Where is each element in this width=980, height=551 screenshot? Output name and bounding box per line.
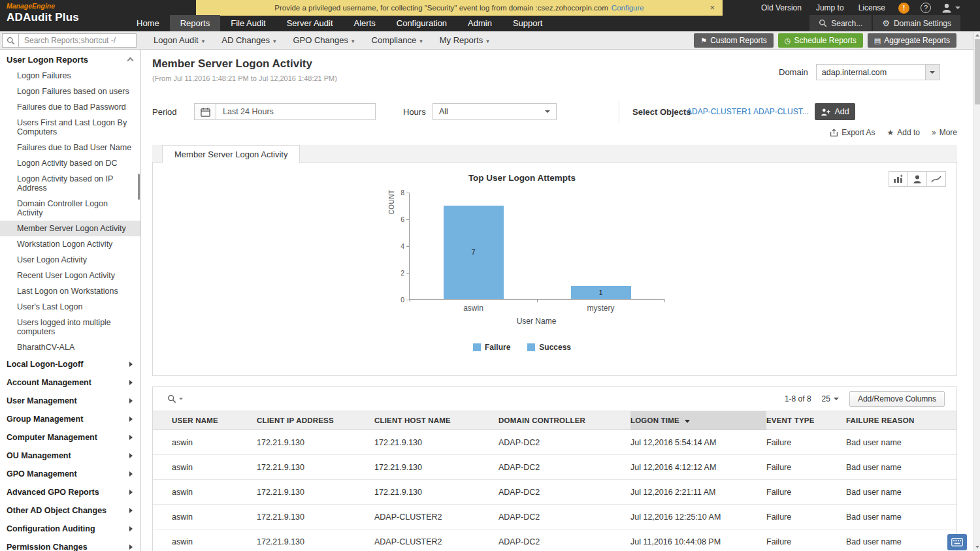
column-header-domain-controller[interactable]: DOMAIN CONTROLLER: [498, 411, 630, 430]
column-header-client-host-name[interactable]: CLIENT HOST NAME: [374, 411, 498, 430]
custom-reports-button[interactable]: ⚑ Custom Reports: [694, 33, 774, 48]
table-row[interactable]: aswin172.21.9.130172.21.9.130ADAP-DC2Jul…: [153, 455, 956, 480]
sidebar-scrollbar-thumb[interactable]: [138, 174, 140, 200]
sidebar-item-last-logon-on-workstations[interactable]: Last Logon on Workstations: [0, 283, 140, 299]
cell-logon-time: Jul 11,2016 10:44:08 PM: [630, 529, 766, 551]
scrollbar-thumb[interactable]: [975, 39, 980, 104]
user-menu[interactable]: [941, 3, 960, 13]
table-row[interactable]: aswin172.21.9.130ADAP-CLUSTER2ADAP-DC2Ju…: [153, 529, 956, 551]
bar-chart-option-button[interactable]: [889, 171, 908, 187]
sidebar-item-workstation-logon-activity[interactable]: Workstation Logon Activity: [0, 236, 140, 252]
sidebar-item-logon-activity-based-on-dc[interactable]: Logon Activity based on DC: [0, 155, 140, 171]
sidebar-item-domain-controller-logon-activity[interactable]: Domain Controller Logon Activity: [0, 196, 140, 221]
sidebar-section-user-logon-reports[interactable]: User Logon Reports: [0, 50, 140, 68]
nav-item-admin[interactable]: Admin: [457, 15, 502, 31]
sidebar-section-ou-management[interactable]: OU Management: [0, 447, 140, 465]
sidebar-section-account-management[interactable]: Account Management: [0, 373, 140, 392]
search-icon: [167, 394, 176, 403]
calendar-icon[interactable]: [194, 103, 216, 120]
schedule-reports-button[interactable]: ◷ Schedule Reports: [778, 33, 863, 48]
table-row[interactable]: aswin172.21.9.130172.21.9.130ADAP-DC2Jul…: [153, 430, 956, 455]
jump-to-link[interactable]: Jump to: [809, 3, 851, 12]
help-icon[interactable]: ?: [921, 3, 931, 13]
nav-item-configuration[interactable]: Configuration: [386, 15, 457, 31]
global-search[interactable]: Search...: [809, 15, 872, 31]
nav-item-file-audit[interactable]: File Audit: [220, 15, 276, 31]
domain-select[interactable]: adap.internal.com: [816, 64, 940, 80]
configure-link[interactable]: Configure: [612, 4, 644, 12]
report-search-input[interactable]: [19, 33, 137, 48]
more-button[interactable]: » More: [932, 128, 957, 137]
column-header-event-type[interactable]: EVENT TYPE: [766, 411, 846, 430]
sidebar-item-failures-due-to-bad-password[interactable]: Failures due to Bad Password: [0, 99, 140, 115]
old-version-link[interactable]: Old Version: [754, 3, 809, 12]
notification-banner: Provide a privileged username, for colle…: [196, 0, 723, 16]
feedback-chat-button[interactable]: [947, 534, 967, 550]
search-icon[interactable]: [2, 33, 19, 48]
sidebar-section-computer-management[interactable]: Computer Management: [0, 428, 140, 447]
menu-ad-changes[interactable]: AD Changes: [213, 31, 284, 50]
sidebar-item-logon-activity-based-on-ip-address[interactable]: Logon Activity based on IP Address: [0, 171, 140, 196]
column-header-logon-time[interactable]: LOGON TIME: [630, 411, 766, 430]
sidebar-item-user-s-last-logon[interactable]: User's Last Logon: [0, 299, 140, 315]
add-objects-button[interactable]: Add: [815, 103, 855, 120]
table-row[interactable]: aswin172.21.9.130ADAP-CLUSTER2ADAP-DC2Ju…: [153, 505, 956, 529]
user-attribute-option-button[interactable]: [907, 171, 927, 187]
sidebar-section-configuration-auditing[interactable]: Configuration Auditing: [0, 520, 140, 538]
scroll-up-icon[interactable]: [975, 34, 979, 37]
nav-item-support[interactable]: Support: [502, 15, 553, 31]
table-row[interactable]: aswin172.21.9.130172.21.9.130ADAP-DC2Jul…: [153, 480, 956, 505]
notification-icon[interactable]: !: [898, 3, 909, 14]
menu-logon-audit[interactable]: Logon Audit: [145, 31, 213, 50]
nav-item-home[interactable]: Home: [126, 15, 170, 31]
line-chart-option-button[interactable]: [926, 171, 946, 187]
sidebar-item-recent-user-logon-activity[interactable]: Recent User Logon Activity: [0, 268, 140, 283]
scroll-down-icon[interactable]: [975, 546, 979, 548]
tab-member-server-logon-activity[interactable]: Member Server Logon Activity: [162, 145, 300, 163]
column-header-user-name[interactable]: USER NAME: [153, 411, 257, 430]
selected-objects-link[interactable]: ADAP-CLUSTER1 ADAP-CLUST...: [687, 103, 815, 120]
sidebar-section-user-management[interactable]: User Management: [0, 392, 140, 410]
nav-item-server-audit[interactable]: Server Audit: [276, 15, 344, 31]
section-label: Configuration Auditing: [7, 524, 95, 533]
menu-my-reports[interactable]: My Reports: [431, 31, 498, 50]
x-tick-mark: [537, 299, 538, 302]
aggregate-reports-button[interactable]: ▤ Aggregate Reports: [868, 33, 956, 48]
sidebar-item-logon-failures[interactable]: Logon Failures: [0, 68, 140, 84]
sidebar-item-failures-due-to-bad-user-name[interactable]: Failures due to Bad User Name: [0, 140, 140, 155]
sidebar-section-advanced-gpo-reports[interactable]: Advanced GPO Reports: [0, 483, 140, 501]
legend-item-success[interactable]: Success: [527, 343, 571, 352]
sidebar-item-bharathcv-ala[interactable]: BharathCV-ALA: [0, 339, 140, 355]
sidebar-section-other-ad-object-changes[interactable]: Other AD Object Changes: [0, 501, 140, 520]
sidebar-section-permission-changes[interactable]: Permission Changes: [0, 538, 140, 551]
sidebar-item-user-logon-activity[interactable]: User Logon Activity: [0, 252, 140, 268]
period-input[interactable]: [216, 103, 376, 120]
chart-bar-aswin[interactable]: 7: [444, 206, 504, 300]
sidebar-section-group-management[interactable]: Group Management: [0, 410, 140, 428]
nav-item-alerts[interactable]: Alerts: [344, 15, 386, 31]
sidebar-item-users-first-and-last-logon-by-computers[interactable]: Users First and Last Logon By Computers: [0, 115, 140, 140]
hours-select[interactable]: All: [433, 103, 557, 120]
nav-item-reports[interactable]: Reports: [170, 15, 221, 31]
banner-close-icon[interactable]: ×: [710, 3, 715, 12]
chart-bar-mystery[interactable]: 1: [571, 286, 631, 300]
vertical-scrollbar[interactable]: [973, 31, 980, 551]
sidebar-item-logon-failures-based-on-users[interactable]: Logon Failures based on users: [0, 84, 140, 99]
page-size-select[interactable]: 25: [822, 394, 839, 403]
export-as-button[interactable]: Export As: [830, 128, 875, 137]
table-search-button[interactable]: [167, 394, 184, 403]
menu-gpo-changes[interactable]: GPO Changes: [284, 31, 363, 50]
sidebar-item-member-server-logon-activity[interactable]: Member Server Logon Activity: [0, 221, 140, 236]
column-header-failure-reason[interactable]: FAILURE REASON: [846, 411, 956, 430]
column-header-client-ip-address[interactable]: CLIENT IP ADDRESS: [257, 411, 374, 430]
sidebar-item-users-logged-into-multiple-computers[interactable]: Users logged into multiple computers: [0, 315, 140, 339]
domain-settings-button[interactable]: ⚙ Domain Settings: [873, 15, 960, 31]
chart-legend: FailureSuccess: [153, 343, 891, 352]
sidebar-section-local-logon-logoff[interactable]: Local Logon-Logoff: [0, 355, 140, 373]
legend-item-failure[interactable]: Failure: [473, 343, 510, 352]
menu-compliance[interactable]: Compliance: [363, 31, 431, 50]
add-remove-columns-button[interactable]: Add/Remove Columns: [849, 391, 945, 407]
sidebar-section-gpo-management[interactable]: GPO Management: [0, 465, 140, 483]
add-to-button[interactable]: ★ Add to: [887, 128, 920, 137]
license-link[interactable]: License: [851, 3, 892, 12]
